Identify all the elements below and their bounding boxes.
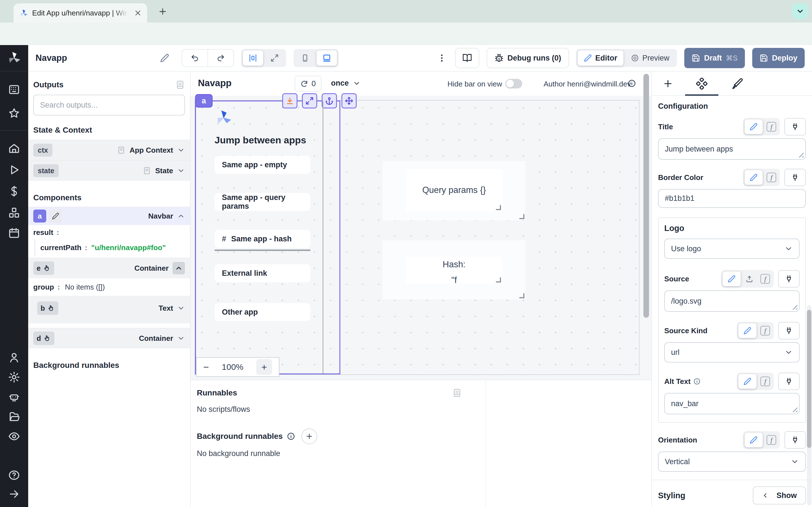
chevron-down-icon[interactable] — [177, 146, 185, 154]
nav-item-same-app-query-params[interactable]: Same app - query params — [214, 193, 310, 211]
orientation-select[interactable]: Vertical — [658, 452, 806, 472]
query-params-container[interactable]: Query params {} — [383, 161, 525, 220]
info-icon[interactable] — [627, 79, 636, 88]
rail-audit-icon[interactable] — [8, 431, 20, 442]
centered-layout-button[interactable] — [243, 50, 263, 66]
rail-folders-icon[interactable] — [8, 411, 20, 422]
upload-mode-button[interactable] — [742, 272, 756, 286]
edit-title-pencil-icon[interactable] — [160, 54, 169, 62]
refresh-button[interactable]: 0 — [295, 76, 321, 92]
component-row-text-b[interactable]: b Text — [28, 298, 190, 318]
refresh-mode-dropdown[interactable]: once — [331, 79, 361, 88]
info-icon[interactable] — [287, 432, 295, 441]
function-mode-button[interactable]: f — [758, 272, 772, 286]
chevron-up-icon[interactable] — [177, 212, 185, 220]
source-kind-select[interactable]: url — [664, 342, 800, 362]
chevron-down-icon[interactable] — [177, 167, 185, 175]
nav-item-same-app-empty[interactable]: Same app - empty — [214, 156, 310, 174]
static-mode-button[interactable] — [739, 374, 756, 389]
deploy-button[interactable]: Deploy — [752, 48, 805, 68]
styling-show-button[interactable]: Show — [753, 487, 806, 504]
rail-apps-icon[interactable] — [8, 83, 20, 96]
draft-button[interactable]: Draft ⌘S — [684, 48, 745, 68]
config-scrollbar-thumb[interactable] — [807, 310, 811, 448]
anchor-icon[interactable] — [322, 93, 337, 108]
component-edit-pencil-icon[interactable] — [49, 210, 62, 223]
windmill-logo-icon[interactable] — [7, 50, 21, 65]
chevron-up-icon[interactable] — [172, 262, 185, 274]
styling-tab[interactable] — [731, 78, 743, 90]
static-mode-button[interactable] — [723, 272, 741, 286]
rail-settings-icon[interactable] — [8, 371, 20, 383]
resize-handle[interactable] — [519, 214, 524, 219]
nav-item-external-link[interactable]: External link — [214, 264, 310, 282]
border-color-input[interactable]: #b1b1b1 — [658, 189, 806, 208]
move-icon[interactable] — [342, 93, 357, 108]
component-row-container-e[interactable]: e Container — [28, 258, 190, 278]
fullwidth-layout-button[interactable] — [264, 50, 285, 66]
source-input[interactable]: /logo.svg — [664, 290, 800, 312]
zoom-in-button[interactable]: + — [256, 359, 272, 375]
use-logo-select[interactable]: Use logo — [664, 238, 800, 259]
component-settings-tab[interactable] — [696, 78, 708, 90]
rail-variables-icon[interactable] — [8, 185, 20, 197]
runnables-doc-icon[interactable] — [452, 388, 462, 398]
connect-plug-button[interactable] — [784, 118, 806, 135]
function-mode-button[interactable]: f — [758, 374, 772, 389]
rail-help-icon[interactable] — [8, 469, 20, 481]
rail-resources-icon[interactable] — [8, 207, 20, 219]
outputs-doc-icon[interactable] — [175, 80, 185, 90]
rail-schedules-icon[interactable] — [8, 227, 20, 239]
selected-navbar-component[interactable]: a — [195, 101, 340, 374]
tab-close-icon[interactable] — [134, 9, 142, 17]
rail-runs-icon[interactable] — [8, 164, 20, 176]
connect-plug-button[interactable] — [784, 169, 806, 186]
chevron-down-icon[interactable] — [177, 304, 185, 312]
add-background-runnable-button[interactable] — [301, 429, 317, 444]
search-outputs-input[interactable] — [33, 95, 185, 115]
rail-collapse-icon[interactable] — [8, 489, 20, 500]
component-row-container-d[interactable]: d Container — [28, 328, 190, 348]
canvas-scrollbar[interactable] — [644, 74, 649, 318]
component-row-navbar[interactable]: a Navbar — [28, 207, 190, 225]
rail-home-icon[interactable] — [8, 143, 20, 154]
hide-bar-toggle[interactable] — [505, 79, 522, 89]
state-row[interactable]: state State — [28, 160, 190, 181]
connect-plug-button[interactable] — [784, 431, 806, 449]
connect-plug-button[interactable] — [778, 322, 800, 339]
editor-tab[interactable]: Editor — [578, 50, 623, 66]
new-tab-button[interactable] — [158, 7, 167, 16]
alt-text-input[interactable]: nav_bar — [664, 393, 800, 414]
connect-plug-button[interactable] — [778, 270, 800, 288]
undo-button[interactable] — [182, 50, 208, 66]
component-e-chip[interactable]: e — [33, 262, 54, 275]
static-mode-button[interactable] — [745, 119, 763, 134]
rail-users-icon[interactable] — [8, 351, 20, 363]
function-mode-button[interactable]: f — [758, 323, 772, 338]
resize-handle[interactable] — [519, 293, 524, 298]
nav-item-same-app-hash[interactable]: # Same app - hash — [214, 230, 310, 248]
connect-plug-button[interactable] — [778, 373, 800, 390]
browser-tab[interactable]: Edit App u/henri/navapp | Win — [13, 3, 147, 22]
function-mode-button[interactable]: f — [764, 433, 778, 447]
redo-button[interactable] — [208, 50, 234, 66]
function-mode-button[interactable]: f — [764, 170, 778, 185]
desktop-view-button[interactable] — [317, 50, 337, 66]
ctx-row[interactable]: ctx App Context — [28, 140, 190, 160]
debug-runs-button[interactable]: Debug runs (0) — [487, 48, 569, 68]
component-d-chip[interactable]: d — [33, 332, 54, 345]
preview-tab[interactable]: Preview — [625, 50, 675, 66]
window-chevron-button[interactable] — [792, 3, 808, 19]
canvas[interactable]: a — [191, 96, 651, 380]
rail-workers-icon[interactable] — [8, 391, 20, 403]
chevron-down-icon[interactable] — [177, 334, 185, 342]
more-options-kebab-icon[interactable] — [437, 53, 447, 63]
mobile-view-button[interactable] — [295, 50, 315, 66]
component-b-chip[interactable]: b — [37, 301, 58, 315]
docs-button[interactable] — [455, 48, 479, 68]
title-field-input[interactable]: Jump between apps — [658, 138, 806, 160]
rail-favorites-icon[interactable] — [8, 107, 20, 119]
static-mode-button[interactable] — [745, 433, 763, 447]
nav-item-other-app[interactable]: Other app — [214, 303, 310, 321]
function-mode-button[interactable]: f — [764, 119, 778, 134]
